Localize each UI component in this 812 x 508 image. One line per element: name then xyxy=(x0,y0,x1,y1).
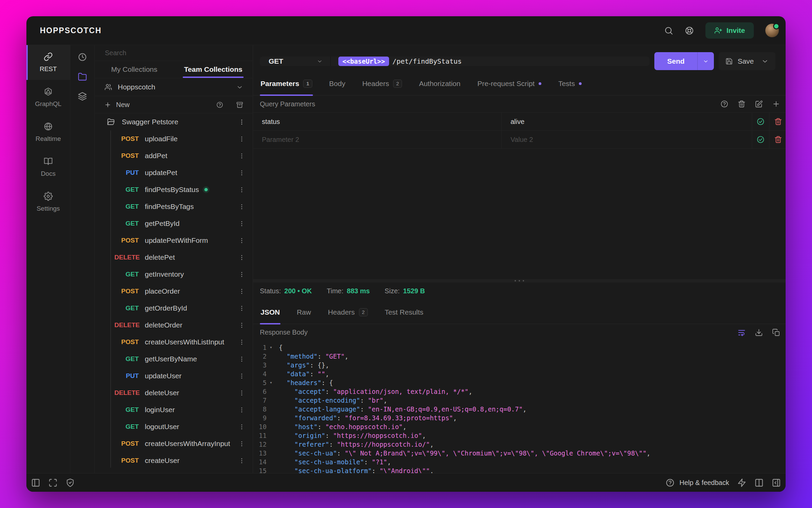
send-options-caret[interactable] xyxy=(697,52,714,70)
param-key-field[interactable]: Parameter 2 xyxy=(253,131,501,148)
edit-icon[interactable] xyxy=(755,100,763,108)
save-options-caret[interactable] xyxy=(761,58,769,65)
kebab-menu-icon[interactable] xyxy=(238,339,245,346)
request-item[interactable]: POSTaddPet xyxy=(95,147,253,164)
nav-item-rest[interactable]: REST xyxy=(26,45,70,80)
copy-icon[interactable] xyxy=(772,329,780,337)
request-item[interactable]: GETgetOrderById xyxy=(95,300,253,317)
nav-item-docs[interactable]: Docs xyxy=(26,150,70,185)
kebab-menu-icon[interactable] xyxy=(238,203,245,210)
expand-icon[interactable] xyxy=(48,478,58,487)
zap-icon[interactable] xyxy=(737,478,746,487)
method-select[interactable]: GET xyxy=(260,57,331,66)
param-key-field[interactable]: status xyxy=(253,113,501,130)
nav-item-graphql[interactable]: GraphQL xyxy=(26,80,70,115)
plus-icon[interactable] xyxy=(104,101,111,108)
request-item[interactable]: POSTupdatePetWithForm xyxy=(95,232,253,249)
tab-raw[interactable]: Raw xyxy=(296,308,312,324)
team-selector[interactable]: Hoppscotch xyxy=(95,78,253,96)
nav-item-settings[interactable]: Settings xyxy=(26,185,70,219)
param-delete-button[interactable] xyxy=(769,131,786,148)
sidebar-toggle-icon[interactable] xyxy=(31,478,40,487)
param-value-field[interactable]: Value 2 xyxy=(501,131,752,148)
collection-folder[interactable]: Swagger Petstore xyxy=(95,113,253,130)
param-value-field[interactable]: alive xyxy=(501,113,752,130)
kebab-menu-icon[interactable] xyxy=(238,152,245,160)
request-item[interactable]: POSTcreateUsersWithListInput xyxy=(95,334,253,351)
kebab-menu-icon[interactable] xyxy=(238,373,245,380)
collection-folder[interactable] xyxy=(95,469,253,473)
wrap-icon[interactable] xyxy=(738,329,746,337)
kebab-menu-icon[interactable] xyxy=(226,119,245,126)
request-item[interactable]: GETlogoutUser xyxy=(95,418,253,435)
resize-handle[interactable] xyxy=(253,279,786,282)
kebab-menu-icon[interactable] xyxy=(238,186,245,193)
param-enabled-toggle[interactable] xyxy=(752,113,769,130)
delete-all-icon[interactable] xyxy=(738,100,746,108)
request-item[interactable]: GETgetInventory xyxy=(95,266,253,283)
send-button[interactable]: Send xyxy=(654,52,714,70)
request-item[interactable]: GETloginUser xyxy=(95,401,253,418)
param-enabled-toggle[interactable] xyxy=(752,131,769,148)
search-icon[interactable] xyxy=(664,26,673,35)
new-collection-button[interactable]: New xyxy=(116,101,130,109)
kebab-menu-icon[interactable] xyxy=(238,356,245,363)
download-icon[interactable] xyxy=(755,329,763,337)
request-item[interactable]: GETfindPetsByStatus xyxy=(95,181,253,198)
request-item[interactable]: POSTplaceOrder xyxy=(95,283,253,300)
kebab-menu-icon[interactable] xyxy=(238,389,245,397)
request-item[interactable]: POSTcreateUsersWithArrayInput xyxy=(95,435,253,452)
columns-icon[interactable] xyxy=(754,478,764,487)
request-item[interactable]: DELETEdeletePet xyxy=(95,249,253,266)
save-button[interactable]: Save xyxy=(719,52,775,70)
tab-team-collections[interactable]: Team Collections xyxy=(174,61,253,78)
request-item[interactable]: POSTcreateUser xyxy=(95,452,253,469)
request-item[interactable]: GETgetPetById xyxy=(95,215,253,232)
tab-headers[interactable]: Headers2 xyxy=(327,308,368,324)
archive-icon[interactable] xyxy=(236,101,243,108)
kebab-menu-icon[interactable] xyxy=(238,423,245,430)
shield-icon[interactable] xyxy=(66,478,75,487)
panel-right-icon[interactable] xyxy=(772,478,781,487)
kebab-menu-icon[interactable] xyxy=(238,135,245,143)
kebab-menu-icon[interactable] xyxy=(238,288,245,295)
panel-tab-collections[interactable] xyxy=(75,69,90,84)
kebab-menu-icon[interactable] xyxy=(238,406,245,414)
request-item[interactable]: GETfindPetsByTags xyxy=(95,198,253,215)
panel-tab-environments[interactable] xyxy=(75,89,90,103)
kebab-menu-icon[interactable] xyxy=(238,169,245,176)
tab-my-collections[interactable]: My Collections xyxy=(95,61,174,78)
help-icon[interactable] xyxy=(720,100,728,108)
tab-parameters[interactable]: Parameters1 xyxy=(260,80,313,95)
kebab-menu-icon[interactable] xyxy=(238,220,245,227)
request-item[interactable]: POSTuploadFile xyxy=(95,130,253,147)
url-input[interactable]: <<baseUrl>> /pet/findByStatus xyxy=(331,57,650,66)
kebab-menu-icon[interactable] xyxy=(238,440,245,447)
request-item[interactable]: DELETEdeleteOrder xyxy=(95,317,253,334)
lifebuoy-icon[interactable] xyxy=(685,26,694,35)
tab-body[interactable]: Body xyxy=(329,80,346,95)
kebab-menu-icon[interactable] xyxy=(238,271,245,278)
avatar[interactable] xyxy=(765,24,779,37)
kebab-menu-icon[interactable] xyxy=(238,237,245,244)
panel-tab-history[interactable] xyxy=(75,50,90,64)
tab-tests[interactable]: Tests xyxy=(558,80,582,95)
tab-test-results[interactable]: Test Results xyxy=(384,308,424,324)
search-input[interactable] xyxy=(95,49,253,57)
help-icon[interactable] xyxy=(216,101,223,108)
kebab-menu-icon[interactable] xyxy=(238,322,245,329)
request-item[interactable]: PUTupdateUser xyxy=(95,367,253,384)
kebab-menu-icon[interactable] xyxy=(238,254,245,261)
tab-pre-request-script[interactable]: Pre-request Script xyxy=(477,80,542,95)
response-body-editor[interactable]: 1▾{2"method": "GET",3"args": {},4"data":… xyxy=(253,341,786,473)
request-item[interactable]: PUTupdatePet xyxy=(95,164,253,181)
nav-item-realtime[interactable]: Realtime xyxy=(26,115,70,150)
request-item[interactable]: DELETEdeleteUser xyxy=(95,384,253,401)
kebab-menu-icon[interactable] xyxy=(238,305,245,312)
tab-json[interactable]: JSON xyxy=(260,308,280,324)
tab-authorization[interactable]: Authorization xyxy=(418,80,461,95)
request-item[interactable]: GETgetUserByName xyxy=(95,351,253,367)
kebab-menu-icon[interactable] xyxy=(238,457,245,464)
help-feedback-button[interactable]: Help & feedback xyxy=(666,478,729,487)
add-param-icon[interactable] xyxy=(772,100,780,108)
